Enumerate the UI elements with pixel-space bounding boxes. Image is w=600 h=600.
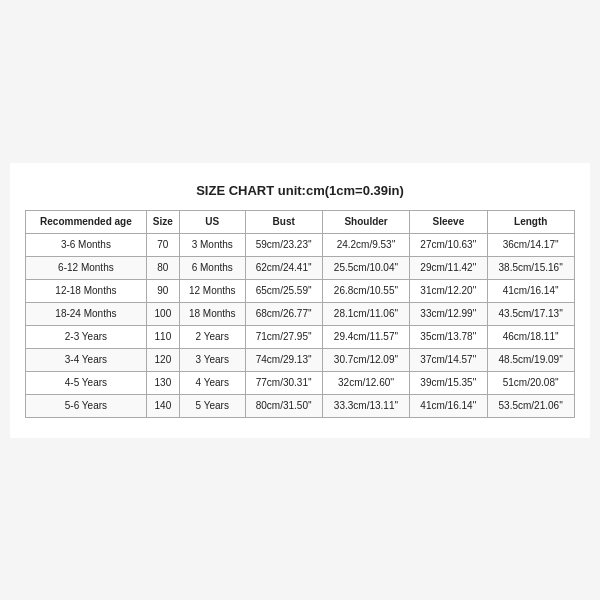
table-cell: 18-24 Months	[26, 302, 147, 325]
table-cell: 74cm/29.13''	[245, 348, 322, 371]
table-cell: 26.8cm/10.55''	[322, 279, 409, 302]
table-body: 3-6 Months703 Months59cm/23.23''24.2cm/9…	[26, 233, 575, 417]
table-cell: 5 Years	[179, 394, 245, 417]
chart-title: SIZE CHART unit:cm(1cm=0.39in)	[25, 183, 575, 198]
table-cell: 3-6 Months	[26, 233, 147, 256]
table-cell: 65cm/25.59''	[245, 279, 322, 302]
table-cell: 35cm/13.78''	[410, 325, 487, 348]
table-cell: 120	[146, 348, 179, 371]
table-cell: 59cm/23.23''	[245, 233, 322, 256]
table-header-cell: Shoulder	[322, 210, 409, 233]
table-cell: 90	[146, 279, 179, 302]
size-chart-container: SIZE CHART unit:cm(1cm=0.39in) Recommend…	[10, 163, 590, 438]
table-row: 18-24 Months10018 Months68cm/26.77''28.1…	[26, 302, 575, 325]
table-cell: 68cm/26.77''	[245, 302, 322, 325]
table-header-cell: Bust	[245, 210, 322, 233]
table-cell: 3 Months	[179, 233, 245, 256]
table-cell: 37cm/14.57''	[410, 348, 487, 371]
table-cell: 100	[146, 302, 179, 325]
table-cell: 18 Months	[179, 302, 245, 325]
table-cell: 140	[146, 394, 179, 417]
table-cell: 41cm/16.14''	[410, 394, 487, 417]
table-cell: 29.4cm/11.57''	[322, 325, 409, 348]
table-cell: 43.5cm/17.13''	[487, 302, 575, 325]
table-cell: 70	[146, 233, 179, 256]
table-cell: 80cm/31.50''	[245, 394, 322, 417]
table-cell: 29cm/11.42''	[410, 256, 487, 279]
table-cell: 6 Months	[179, 256, 245, 279]
table-cell: 71cm/27.95''	[245, 325, 322, 348]
table-cell: 48.5cm/19.09''	[487, 348, 575, 371]
table-row: 12-18 Months9012 Months65cm/25.59''26.8c…	[26, 279, 575, 302]
table-row: 3-6 Months703 Months59cm/23.23''24.2cm/9…	[26, 233, 575, 256]
table-cell: 2-3 Years	[26, 325, 147, 348]
table-cell: 130	[146, 371, 179, 394]
table-row: 4-5 Years1304 Years77cm/30.31''32cm/12.6…	[26, 371, 575, 394]
table-cell: 5-6 Years	[26, 394, 147, 417]
table-cell: 6-12 Months	[26, 256, 147, 279]
table-cell: 41cm/16.14''	[487, 279, 575, 302]
table-cell: 27cm/10.63''	[410, 233, 487, 256]
table-cell: 51cm/20.08''	[487, 371, 575, 394]
table-header-cell: Length	[487, 210, 575, 233]
table-row: 6-12 Months806 Months62cm/24.41''25.5cm/…	[26, 256, 575, 279]
table-cell: 12 Months	[179, 279, 245, 302]
table-header-cell: US	[179, 210, 245, 233]
table-cell: 110	[146, 325, 179, 348]
table-header-cell: Sleeve	[410, 210, 487, 233]
table-cell: 24.2cm/9.53''	[322, 233, 409, 256]
table-header-row: Recommended ageSizeUSBustShoulderSleeveL…	[26, 210, 575, 233]
table-header-cell: Size	[146, 210, 179, 233]
size-table: Recommended ageSizeUSBustShoulderSleeveL…	[25, 210, 575, 418]
table-cell: 31cm/12.20''	[410, 279, 487, 302]
table-cell: 46cm/18.11''	[487, 325, 575, 348]
table-cell: 33cm/12.99''	[410, 302, 487, 325]
table-cell: 33.3cm/13.11''	[322, 394, 409, 417]
table-cell: 4 Years	[179, 371, 245, 394]
table-cell: 4-5 Years	[26, 371, 147, 394]
table-cell: 3-4 Years	[26, 348, 147, 371]
table-row: 2-3 Years1102 Years71cm/27.95''29.4cm/11…	[26, 325, 575, 348]
table-row: 3-4 Years1203 Years74cm/29.13''30.7cm/12…	[26, 348, 575, 371]
table-cell: 62cm/24.41''	[245, 256, 322, 279]
table-cell: 30.7cm/12.09''	[322, 348, 409, 371]
table-cell: 77cm/30.31''	[245, 371, 322, 394]
table-cell: 53.5cm/21.06''	[487, 394, 575, 417]
table-cell: 39cm/15.35''	[410, 371, 487, 394]
table-cell: 38.5cm/15.16''	[487, 256, 575, 279]
table-cell: 2 Years	[179, 325, 245, 348]
table-cell: 28.1cm/11.06''	[322, 302, 409, 325]
table-cell: 25.5cm/10.04''	[322, 256, 409, 279]
table-header-cell: Recommended age	[26, 210, 147, 233]
table-cell: 3 Years	[179, 348, 245, 371]
table-cell: 32cm/12.60''	[322, 371, 409, 394]
table-cell: 12-18 Months	[26, 279, 147, 302]
table-cell: 80	[146, 256, 179, 279]
table-row: 5-6 Years1405 Years80cm/31.50''33.3cm/13…	[26, 394, 575, 417]
table-cell: 36cm/14.17''	[487, 233, 575, 256]
